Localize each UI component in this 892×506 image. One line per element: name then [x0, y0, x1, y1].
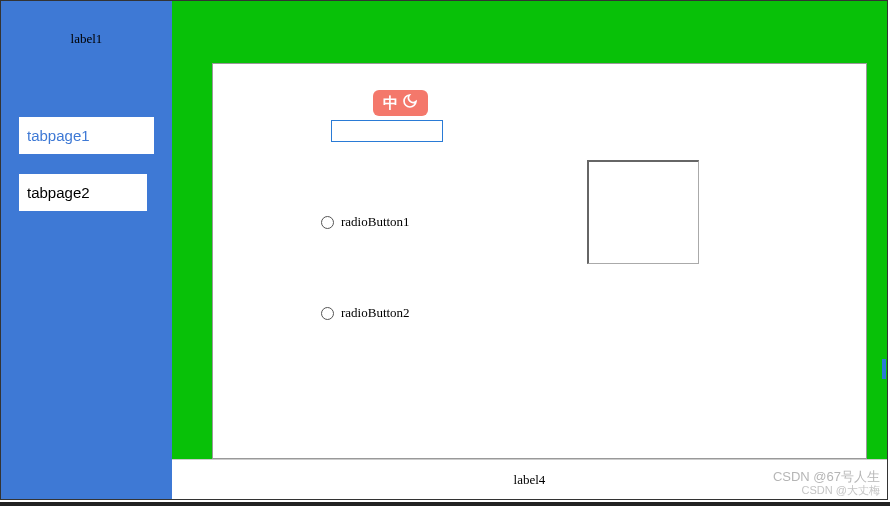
- content-panel: 中 radioButton1 radioButton2: [212, 63, 867, 459]
- window-root: label1 tabpage1 tabpage2 中 radioBu: [0, 0, 888, 500]
- radio-icon: [321, 307, 334, 320]
- radio-label: radioButton2: [341, 305, 410, 321]
- tab-label: tabpage1: [27, 127, 90, 144]
- moon-icon: [402, 93, 418, 113]
- radio-icon: [321, 216, 334, 229]
- ime-indicator[interactable]: 中: [373, 90, 428, 116]
- radio-label: radioButton1: [341, 214, 410, 230]
- bottom-border: [0, 502, 890, 506]
- ime-text: 中: [383, 94, 398, 113]
- radio-button-2[interactable]: radioButton2: [321, 305, 410, 321]
- tab-page-2[interactable]: tabpage2: [19, 174, 147, 211]
- main-area: 中 radioButton1 radioButton2: [172, 1, 887, 499]
- footer-label: label4: [514, 472, 546, 488]
- empty-frame: [587, 160, 699, 264]
- radio-button-1[interactable]: radioButton1: [321, 214, 410, 230]
- tab-label: tabpage2: [27, 184, 90, 201]
- footer-bar: label4: [172, 459, 887, 499]
- sidebar: label1 tabpage1 tabpage2: [1, 1, 172, 499]
- text-input[interactable]: [331, 120, 443, 142]
- radio-group: radioButton1 radioButton2: [321, 214, 410, 396]
- scroll-indicator: [882, 359, 886, 379]
- tab-page-1[interactable]: tabpage1: [19, 117, 154, 154]
- sidebar-label: label1: [1, 31, 172, 47]
